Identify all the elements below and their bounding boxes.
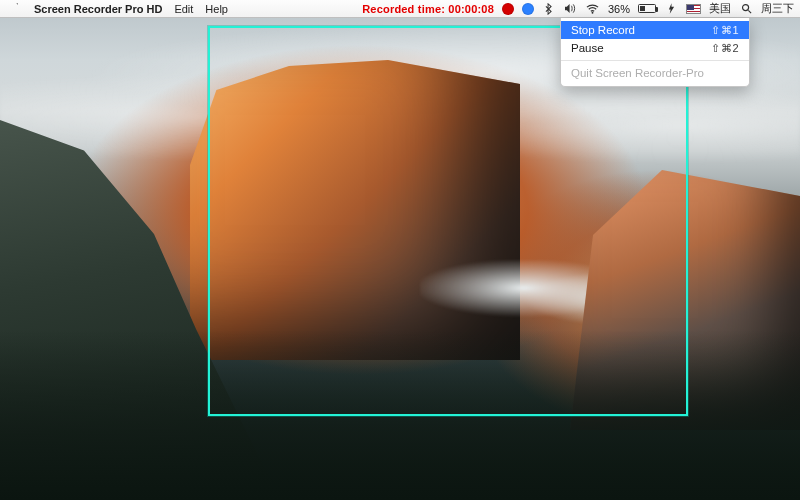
battery-icon[interactable]	[638, 4, 656, 13]
recorded-time-label: Recorded time: 00:00:08	[362, 3, 494, 15]
svg-point-0	[592, 11, 594, 13]
menu-separator	[561, 60, 749, 61]
menubar: Screen Recorder Pro HD Edit Help Recorde…	[0, 0, 800, 18]
svg-point-1	[742, 5, 748, 11]
app-menu[interactable]: Screen Recorder Pro HD	[34, 3, 162, 15]
battery-percent: 36%	[608, 3, 630, 15]
bluetooth-icon[interactable]	[542, 2, 556, 16]
menu-item-quit: Quit Screen Recorder-Pro	[561, 64, 749, 82]
menu-item-shortcut: ⇧⌘1	[711, 24, 739, 37]
recorder-menu-dropdown: Stop Record ⇧⌘1 Pause ⇧⌘2 Quit Screen Re…	[560, 18, 750, 87]
menu-item-shortcut: ⇧⌘2	[711, 42, 739, 55]
menu-item-pause[interactable]: Pause ⇧⌘2	[561, 39, 749, 57]
wallpaper-valley-shadow	[0, 330, 800, 500]
menu-item-label: Stop Record	[571, 24, 711, 36]
record-red-icon[interactable]	[502, 3, 514, 15]
volume-icon[interactable]	[564, 2, 578, 16]
menubar-right: Recorded time: 00:00:08 36% 美国	[362, 1, 794, 16]
input-source-label[interactable]: 美国	[709, 1, 731, 16]
spotlight-icon[interactable]	[739, 2, 753, 16]
us-flag-icon[interactable]	[686, 4, 701, 14]
menu-edit[interactable]: Edit	[174, 3, 193, 15]
apple-icon[interactable]	[8, 2, 22, 16]
menubar-date[interactable]: 周三下	[761, 1, 794, 16]
desktop: Screen Recorder Pro HD Edit Help Recorde…	[0, 0, 800, 500]
menu-help[interactable]: Help	[205, 3, 228, 15]
wifi-icon[interactable]	[586, 2, 600, 16]
menu-item-stop-record[interactable]: Stop Record ⇧⌘1	[561, 21, 749, 39]
charging-icon	[664, 2, 678, 16]
menubar-left: Screen Recorder Pro HD Edit Help	[8, 2, 228, 16]
record-blue-icon[interactable]	[522, 3, 534, 15]
svg-line-2	[748, 10, 751, 13]
menu-item-label: Pause	[571, 42, 711, 54]
menu-item-label: Quit Screen Recorder-Pro	[571, 67, 739, 79]
